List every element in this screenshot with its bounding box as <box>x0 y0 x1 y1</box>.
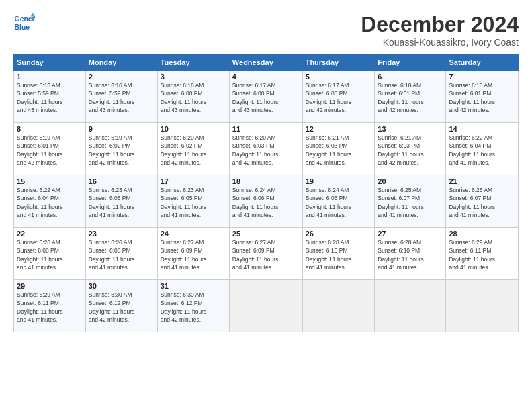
title-block: December 2024 Kouassi-Kouassikro, Ivory … <box>361 12 519 48</box>
day-detail: Sunrise: 6:29 AMSunset: 6:11 PMDaylight:… <box>449 239 495 271</box>
day-detail: Sunrise: 6:17 AMSunset: 6:00 PMDaylight:… <box>232 82 279 113</box>
day-cell: 23 Sunrise: 6:26 AMSunset: 6:08 PMDaylig… <box>85 228 157 280</box>
day-cell: 28 Sunrise: 6:29 AMSunset: 6:11 PMDaylig… <box>446 228 519 280</box>
day-number: 2 <box>89 73 154 81</box>
day-cell: 20 Sunrise: 6:25 AMSunset: 6:07 PMDaylig… <box>375 175 446 228</box>
day-number: 13 <box>378 125 443 133</box>
day-detail: Sunrise: 6:28 AMSunset: 6:10 PMDaylight:… <box>306 239 352 271</box>
day-cell: 15 Sunrise: 6:22 AMSunset: 6:04 PMDaylig… <box>14 175 86 228</box>
day-detail: Sunrise: 6:28 AMSunset: 6:10 PMDaylight:… <box>378 239 424 271</box>
day-number: 14 <box>449 125 515 133</box>
day-cell: 11 Sunrise: 6:20 AMSunset: 6:03 PMDaylig… <box>229 123 302 175</box>
day-number: 18 <box>232 177 300 185</box>
day-cell: 8 Sunrise: 6:19 AMSunset: 6:01 PMDayligh… <box>14 123 86 175</box>
day-detail: Sunrise: 6:19 AMSunset: 6:01 PMDaylight:… <box>17 134 63 166</box>
day-number: 9 <box>89 125 154 133</box>
logo: General Blue <box>13 12 35 34</box>
day-detail: Sunrise: 6:20 AMSunset: 6:03 PMDaylight:… <box>232 134 279 166</box>
day-number: 25 <box>232 230 300 238</box>
day-number: 3 <box>161 73 226 81</box>
day-cell: 10 Sunrise: 6:20 AMSunset: 6:02 PMDaylig… <box>157 123 229 175</box>
day-detail: Sunrise: 6:25 AMSunset: 6:07 PMDaylight:… <box>449 187 495 218</box>
day-detail: Sunrise: 6:16 AMSunset: 5:59 PMDaylight:… <box>89 82 135 113</box>
day-detail: Sunrise: 6:19 AMSunset: 6:02 PMDaylight:… <box>89 134 135 166</box>
day-cell: 21 Sunrise: 6:25 AMSunset: 6:07 PMDaylig… <box>446 175 519 228</box>
logo-icon: General Blue <box>13 12 35 34</box>
day-detail: Sunrise: 6:17 AMSunset: 6:00 PMDaylight:… <box>306 82 352 113</box>
day-detail: Sunrise: 6:16 AMSunset: 6:00 PMDaylight:… <box>161 82 207 113</box>
day-cell: 6 Sunrise: 6:18 AMSunset: 6:01 PMDayligh… <box>375 71 446 123</box>
day-cell: 13 Sunrise: 6:21 AMSunset: 6:03 PMDaylig… <box>375 123 446 175</box>
month-title: December 2024 <box>361 12 519 37</box>
day-cell: 7 Sunrise: 6:18 AMSunset: 6:01 PMDayligh… <box>446 71 519 123</box>
day-number: 24 <box>161 230 226 238</box>
day-number: 15 <box>17 177 83 185</box>
day-detail: Sunrise: 6:24 AMSunset: 6:06 PMDaylight:… <box>306 187 352 218</box>
col-friday: Friday <box>375 55 446 71</box>
col-sunday: Sunday <box>14 55 86 71</box>
day-detail: Sunrise: 6:23 AMSunset: 6:05 PMDaylight:… <box>89 187 135 218</box>
day-cell: 18 Sunrise: 6:24 AMSunset: 6:06 PMDaylig… <box>229 175 302 228</box>
day-number: 5 <box>306 73 372 81</box>
day-detail: Sunrise: 6:30 AMSunset: 6:12 PMDaylight:… <box>89 291 135 323</box>
day-cell: 29 Sunrise: 6:29 AMSunset: 6:11 PMDaylig… <box>14 280 86 332</box>
day-detail: Sunrise: 6:18 AMSunset: 6:01 PMDaylight:… <box>449 82 495 113</box>
day-number: 29 <box>17 282 83 290</box>
day-cell: 25 Sunrise: 6:27 AMSunset: 6:09 PMDaylig… <box>229 228 302 280</box>
col-monday: Monday <box>85 55 157 71</box>
week-row-1: 1 Sunrise: 6:15 AMSunset: 5:59 PMDayligh… <box>14 71 519 123</box>
day-detail: Sunrise: 6:22 AMSunset: 6:04 PMDaylight:… <box>449 134 495 166</box>
day-detail: Sunrise: 6:21 AMSunset: 6:03 PMDaylight:… <box>378 134 424 166</box>
day-number: 27 <box>378 230 443 238</box>
day-cell: 17 Sunrise: 6:23 AMSunset: 6:05 PMDaylig… <box>157 175 229 228</box>
week-row-3: 15 Sunrise: 6:22 AMSunset: 6:04 PMDaylig… <box>14 175 519 228</box>
day-number: 8 <box>17 125 83 133</box>
day-cell: 24 Sunrise: 6:27 AMSunset: 6:09 PMDaylig… <box>157 228 229 280</box>
day-detail: Sunrise: 6:18 AMSunset: 6:01 PMDaylight:… <box>378 82 424 113</box>
day-detail: Sunrise: 6:21 AMSunset: 6:03 PMDaylight:… <box>306 134 352 166</box>
header-row: Sunday Monday Tuesday Wednesday Thursday… <box>14 55 519 71</box>
col-thursday: Thursday <box>302 55 375 71</box>
day-detail: Sunrise: 6:29 AMSunset: 6:11 PMDaylight:… <box>17 291 63 323</box>
day-number: 19 <box>306 177 372 185</box>
svg-marker-2 <box>31 13 35 17</box>
week-row-4: 22 Sunrise: 6:26 AMSunset: 6:08 PMDaylig… <box>14 228 519 280</box>
day-number: 26 <box>306 230 372 238</box>
day-cell: 4 Sunrise: 6:17 AMSunset: 6:00 PMDayligh… <box>229 71 302 123</box>
day-cell <box>446 280 519 332</box>
day-detail: Sunrise: 6:27 AMSunset: 6:09 PMDaylight:… <box>161 239 207 271</box>
day-number: 20 <box>378 177 443 185</box>
col-tuesday: Tuesday <box>157 55 229 71</box>
day-cell: 16 Sunrise: 6:23 AMSunset: 6:05 PMDaylig… <box>85 175 157 228</box>
day-number: 23 <box>89 230 154 238</box>
day-detail: Sunrise: 6:30 AMSunset: 6:12 PMDaylight:… <box>161 291 207 323</box>
day-number: 17 <box>161 177 226 185</box>
day-number: 30 <box>89 282 154 290</box>
day-detail: Sunrise: 6:27 AMSunset: 6:09 PMDaylight:… <box>232 239 279 271</box>
day-cell <box>302 280 375 332</box>
day-detail: Sunrise: 6:20 AMSunset: 6:02 PMDaylight:… <box>161 134 207 166</box>
calendar-page: General Blue December 2024 Kouassi-Kouas… <box>0 0 532 411</box>
day-detail: Sunrise: 6:23 AMSunset: 6:05 PMDaylight:… <box>161 187 207 218</box>
day-number: 22 <box>17 230 83 238</box>
day-cell: 31 Sunrise: 6:30 AMSunset: 6:12 PMDaylig… <box>157 280 229 332</box>
day-cell: 22 Sunrise: 6:26 AMSunset: 6:08 PMDaylig… <box>14 228 86 280</box>
day-detail: Sunrise: 6:22 AMSunset: 6:04 PMDaylight:… <box>17 187 63 218</box>
day-number: 12 <box>306 125 372 133</box>
day-detail: Sunrise: 6:26 AMSunset: 6:08 PMDaylight:… <box>89 239 135 271</box>
page-header: General Blue December 2024 Kouassi-Kouas… <box>13 12 519 48</box>
col-wednesday: Wednesday <box>229 55 302 71</box>
day-cell: 14 Sunrise: 6:22 AMSunset: 6:04 PMDaylig… <box>446 123 519 175</box>
svg-text:Blue: Blue <box>15 24 30 31</box>
day-cell: 12 Sunrise: 6:21 AMSunset: 6:03 PMDaylig… <box>302 123 375 175</box>
week-row-5: 29 Sunrise: 6:29 AMSunset: 6:11 PMDaylig… <box>14 280 519 332</box>
day-number: 16 <box>89 177 154 185</box>
day-detail: Sunrise: 6:15 AMSunset: 5:59 PMDaylight:… <box>17 82 63 113</box>
col-saturday: Saturday <box>446 55 519 71</box>
day-number: 6 <box>378 73 443 81</box>
day-detail: Sunrise: 6:24 AMSunset: 6:06 PMDaylight:… <box>232 187 279 218</box>
day-cell: 19 Sunrise: 6:24 AMSunset: 6:06 PMDaylig… <box>302 175 375 228</box>
day-number: 4 <box>232 73 300 81</box>
day-cell: 3 Sunrise: 6:16 AMSunset: 6:00 PMDayligh… <box>157 71 229 123</box>
day-cell: 26 Sunrise: 6:28 AMSunset: 6:10 PMDaylig… <box>302 228 375 280</box>
